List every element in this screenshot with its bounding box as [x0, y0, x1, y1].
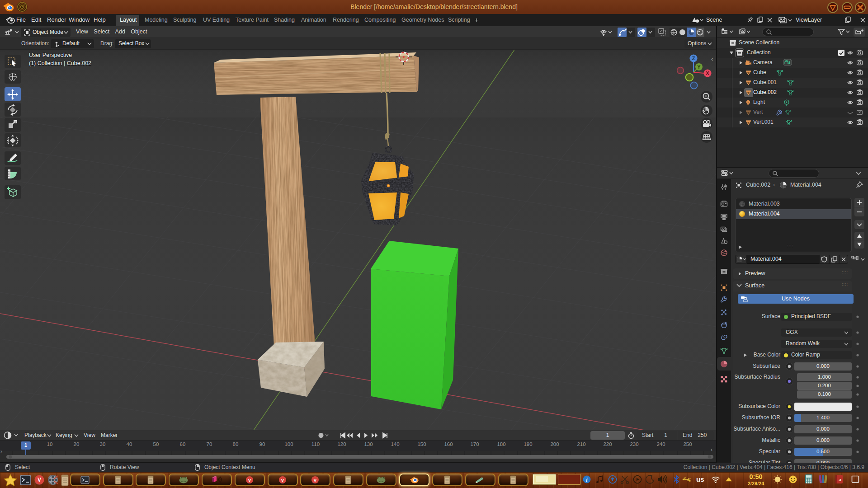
svg-text:V: V: [314, 478, 317, 483]
svg-text:V: V: [38, 477, 41, 483]
svg-text:a: a: [839, 477, 841, 482]
svg-text:X: X: [706, 70, 709, 76]
svg-text:Y: Y: [697, 64, 701, 70]
svg-text:us: us: [696, 475, 704, 483]
svg-text:V: V: [248, 478, 251, 483]
svg-text:Z: Z: [692, 56, 695, 61]
svg-text:V: V: [281, 478, 284, 483]
